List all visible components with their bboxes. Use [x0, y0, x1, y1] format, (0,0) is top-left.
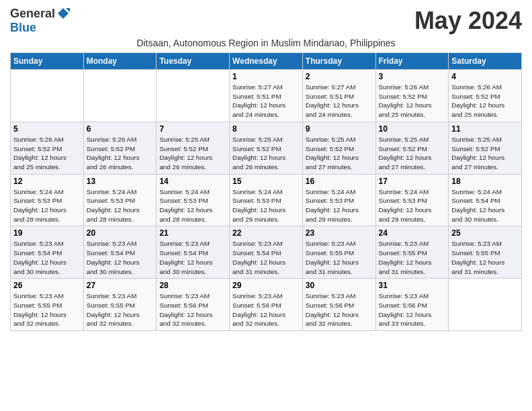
- calendar-cell: 19Sunrise: 5:23 AM Sunset: 5:54 PM Dayli…: [11, 226, 84, 279]
- day-info: Sunrise: 5:23 AM Sunset: 5:55 PM Dayligh…: [451, 239, 519, 276]
- calendar-cell: 22Sunrise: 5:23 AM Sunset: 5:54 PM Dayli…: [230, 226, 303, 279]
- calendar-week-3: 12Sunrise: 5:24 AM Sunset: 5:53 PM Dayli…: [11, 174, 522, 226]
- calendar-cell: 3Sunrise: 5:26 AM Sunset: 5:52 PM Daylig…: [375, 70, 449, 122]
- day-info: Sunrise: 5:23 AM Sunset: 5:55 PM Dayligh…: [13, 291, 81, 328]
- day-number: 12: [13, 177, 81, 186]
- day-info: Sunrise: 5:25 AM Sunset: 5:52 PM Dayligh…: [159, 135, 226, 172]
- calendar-cell: 25Sunrise: 5:23 AM Sunset: 5:55 PM Dayli…: [449, 226, 522, 279]
- calendar-cell: 2Sunrise: 5:27 AM Sunset: 5:51 PM Daylig…: [302, 70, 375, 122]
- calendar-subtitle: Ditsaan, Autonomous Region in Muslim Min…: [10, 38, 522, 48]
- calendar-cell: 15Sunrise: 5:24 AM Sunset: 5:53 PM Dayli…: [230, 174, 303, 226]
- calendar-cell: 17Sunrise: 5:24 AM Sunset: 5:53 PM Dayli…: [375, 174, 449, 226]
- calendar-week-4: 19Sunrise: 5:23 AM Sunset: 5:54 PM Dayli…: [11, 226, 522, 279]
- day-info: Sunrise: 5:23 AM Sunset: 5:56 PM Dayligh…: [306, 291, 373, 328]
- day-info: Sunrise: 5:26 AM Sunset: 5:52 PM Dayligh…: [451, 83, 519, 120]
- calendar-cell: 21Sunrise: 5:23 AM Sunset: 5:54 PM Dayli…: [157, 226, 230, 279]
- logo: General Blue: [10, 7, 70, 35]
- weekday-thursday: Thursday: [302, 53, 375, 70]
- day-number: 22: [232, 228, 300, 238]
- calendar-cell: 13Sunrise: 5:24 AM Sunset: 5:53 PM Dayli…: [83, 174, 157, 226]
- day-number: 20: [87, 228, 154, 238]
- day-info: Sunrise: 5:26 AM Sunset: 5:52 PM Dayligh…: [13, 135, 81, 172]
- day-number: 2: [306, 72, 373, 81]
- day-number: 3: [379, 72, 446, 81]
- day-number: 21: [159, 228, 226, 238]
- day-info: Sunrise: 5:25 AM Sunset: 5:52 PM Dayligh…: [232, 135, 300, 172]
- calendar-cell: 11Sunrise: 5:25 AM Sunset: 5:52 PM Dayli…: [449, 122, 522, 174]
- day-number: 17: [379, 177, 446, 186]
- calendar-cell: 1Sunrise: 5:27 AM Sunset: 5:51 PM Daylig…: [230, 70, 303, 122]
- weekday-saturday: Saturday: [449, 53, 522, 70]
- day-number: 18: [451, 177, 519, 186]
- calendar-cell: 27Sunrise: 5:23 AM Sunset: 5:55 PM Dayli…: [83, 279, 157, 331]
- day-info: Sunrise: 5:23 AM Sunset: 5:55 PM Dayligh…: [379, 239, 446, 276]
- calendar-cell: [449, 279, 522, 331]
- day-number: 30: [306, 281, 373, 290]
- day-info: Sunrise: 5:23 AM Sunset: 5:56 PM Dayligh…: [379, 291, 446, 328]
- calendar-cell: 14Sunrise: 5:24 AM Sunset: 5:53 PM Dayli…: [157, 174, 230, 226]
- weekday-header-row: SundayMondayTuesdayWednesdayThursdayFrid…: [11, 53, 522, 70]
- day-number: 27: [87, 281, 154, 290]
- logo-icon: [56, 7, 70, 20]
- day-number: 16: [306, 177, 373, 186]
- day-number: 15: [232, 177, 300, 186]
- weekday-sunday: Sunday: [11, 53, 84, 70]
- day-number: 5: [13, 124, 81, 134]
- day-number: 25: [451, 228, 519, 238]
- calendar-cell: 9Sunrise: 5:25 AM Sunset: 5:52 PM Daylig…: [302, 122, 375, 174]
- day-info: Sunrise: 5:26 AM Sunset: 5:52 PM Dayligh…: [379, 83, 446, 120]
- day-info: Sunrise: 5:24 AM Sunset: 5:53 PM Dayligh…: [379, 187, 446, 224]
- day-number: 6: [87, 124, 154, 134]
- day-number: 26: [13, 281, 81, 290]
- calendar-cell: 10Sunrise: 5:25 AM Sunset: 5:52 PM Dayli…: [375, 122, 449, 174]
- calendar-cell: 30Sunrise: 5:23 AM Sunset: 5:56 PM Dayli…: [302, 279, 375, 331]
- day-info: Sunrise: 5:25 AM Sunset: 5:52 PM Dayligh…: [451, 135, 519, 172]
- day-number: 7: [159, 124, 226, 134]
- day-number: 13: [87, 177, 154, 186]
- day-info: Sunrise: 5:25 AM Sunset: 5:52 PM Dayligh…: [379, 135, 446, 172]
- month-title: May 2024: [414, 7, 522, 35]
- page-header: General Blue May 2024: [10, 7, 522, 35]
- day-number: 9: [306, 124, 373, 134]
- day-info: Sunrise: 5:26 AM Sunset: 5:52 PM Dayligh…: [87, 135, 154, 172]
- logo-blue: Blue: [10, 21, 36, 35]
- calendar-week-5: 26Sunrise: 5:23 AM Sunset: 5:55 PM Dayli…: [11, 279, 522, 331]
- day-info: Sunrise: 5:24 AM Sunset: 5:53 PM Dayligh…: [13, 187, 81, 224]
- calendar-cell: 4Sunrise: 5:26 AM Sunset: 5:52 PM Daylig…: [449, 70, 522, 122]
- day-info: Sunrise: 5:24 AM Sunset: 5:54 PM Dayligh…: [451, 187, 519, 224]
- calendar-cell: 28Sunrise: 5:23 AM Sunset: 5:56 PM Dayli…: [157, 279, 230, 331]
- day-number: 29: [232, 281, 300, 290]
- calendar-cell: 23Sunrise: 5:23 AM Sunset: 5:55 PM Dayli…: [302, 226, 375, 279]
- svg-marker-0: [58, 8, 69, 19]
- day-number: 10: [379, 124, 446, 134]
- day-number: 11: [451, 124, 519, 134]
- day-info: Sunrise: 5:24 AM Sunset: 5:53 PM Dayligh…: [87, 187, 154, 224]
- weekday-friday: Friday: [375, 53, 449, 70]
- weekday-wednesday: Wednesday: [230, 53, 303, 70]
- day-info: Sunrise: 5:23 AM Sunset: 5:54 PM Dayligh…: [13, 239, 81, 276]
- weekday-monday: Monday: [83, 53, 157, 70]
- calendar-week-2: 5Sunrise: 5:26 AM Sunset: 5:52 PM Daylig…: [11, 122, 522, 174]
- day-info: Sunrise: 5:23 AM Sunset: 5:56 PM Dayligh…: [232, 291, 300, 328]
- calendar-cell: 20Sunrise: 5:23 AM Sunset: 5:54 PM Dayli…: [83, 226, 157, 279]
- day-info: Sunrise: 5:23 AM Sunset: 5:54 PM Dayligh…: [232, 239, 300, 276]
- day-number: 31: [379, 281, 446, 290]
- day-info: Sunrise: 5:23 AM Sunset: 5:54 PM Dayligh…: [159, 239, 226, 276]
- calendar-cell: 6Sunrise: 5:26 AM Sunset: 5:52 PM Daylig…: [83, 122, 157, 174]
- day-info: Sunrise: 5:24 AM Sunset: 5:53 PM Dayligh…: [232, 187, 300, 224]
- calendar-cell: 26Sunrise: 5:23 AM Sunset: 5:55 PM Dayli…: [11, 279, 84, 331]
- day-info: Sunrise: 5:25 AM Sunset: 5:52 PM Dayligh…: [306, 135, 373, 172]
- calendar-cell: 16Sunrise: 5:24 AM Sunset: 5:53 PM Dayli…: [302, 174, 375, 226]
- weekday-tuesday: Tuesday: [157, 53, 230, 70]
- day-info: Sunrise: 5:24 AM Sunset: 5:53 PM Dayligh…: [306, 187, 373, 224]
- day-info: Sunrise: 5:23 AM Sunset: 5:55 PM Dayligh…: [87, 291, 154, 328]
- calendar-cell: [83, 70, 157, 122]
- day-number: 23: [306, 228, 373, 238]
- calendar-cell: [157, 70, 230, 122]
- calendar-week-1: 1Sunrise: 5:27 AM Sunset: 5:51 PM Daylig…: [11, 70, 522, 122]
- day-number: 8: [232, 124, 300, 134]
- day-info: Sunrise: 5:23 AM Sunset: 5:54 PM Dayligh…: [87, 239, 154, 276]
- day-info: Sunrise: 5:27 AM Sunset: 5:51 PM Dayligh…: [306, 83, 373, 120]
- day-number: 19: [13, 228, 81, 238]
- day-info: Sunrise: 5:23 AM Sunset: 5:55 PM Dayligh…: [306, 239, 373, 276]
